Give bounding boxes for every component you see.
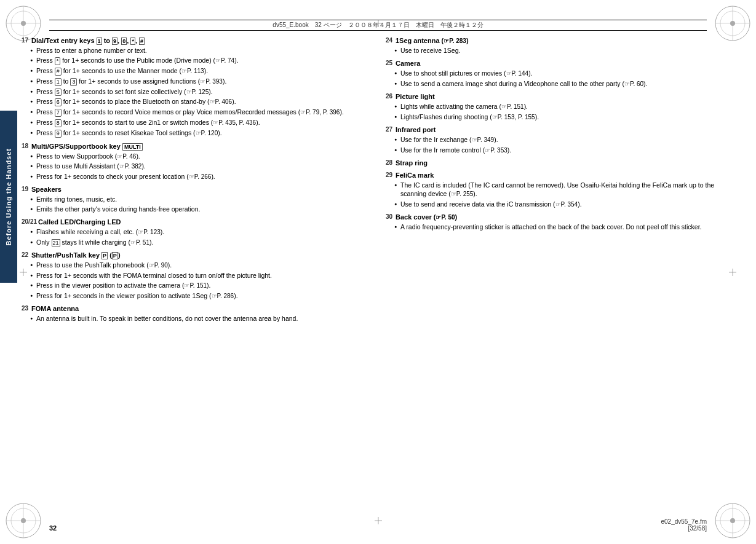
main-content: 17 Dial/Text entry keys 1 to 9, 0, *, # … [22, 34, 738, 513]
section-18-title: Multi/GPS/Supportbook key MULTI [31, 143, 143, 150]
section-25: 25 Camera Use to shoot still pictures or… [386, 60, 738, 88]
section-27-title: Infrared port [396, 126, 436, 133]
svg-point-19 [730, 518, 735, 523]
bullet-item: Press to use the PushTalk phonebook (☞P.… [30, 261, 373, 270]
section-29-header: 29 FeliCa mark [386, 171, 738, 179]
section-22-number: 22 [22, 251, 30, 258]
section-26-number: 26 [386, 93, 394, 100]
right-column: 24 1Seg antenna (☞P. 283) Use to receive… [386, 34, 738, 513]
bullet-item: Use for the Ir remote control (☞P. 353). [394, 146, 738, 155]
section-23-number: 23 [22, 305, 30, 312]
bullet-item: Press to use Multi Assistant (☞P. 382). [30, 162, 373, 171]
section-29-bullets: The IC card is included (The IC card can… [386, 181, 738, 208]
section-20-21-header: 20/21 Called LED/Charging LED [22, 218, 373, 226]
section-24-bullets: Use to receive 1Seg. [386, 46, 738, 55]
section-17-bullets: Press to enter a phone number or text. P… [22, 46, 373, 138]
svg-point-9 [730, 21, 735, 26]
section-23-header: 23 FOMA antenna [22, 305, 373, 312]
section-27: 27 Infrared port Use for the Ir exchange… [386, 126, 738, 154]
side-tab: Before Using the Handset [0, 111, 17, 283]
section-25-title: Camera [396, 60, 420, 67]
bullet-item: Press for 1+ seconds to check your prese… [30, 172, 373, 181]
bullet-item: Press 6 for 1+ seconds to place the Blue… [30, 97, 373, 106]
section-26: 26 Picture light Lights while activating… [386, 93, 738, 121]
section-28-header: 28 Strap ring [386, 159, 738, 167]
section-29: 29 FeliCa mark The IC card is included (… [386, 171, 738, 208]
section-17-title: Dial/Text entry keys 1 to 9, 0, *, # [31, 37, 145, 44]
page-number: 32 [49, 524, 57, 532]
section-30-title: Back cover (☞P. 50) [396, 213, 457, 221]
section-19-bullets: Emits ring tones, music, etc. Emits the … [22, 195, 373, 213]
bullet-item: Press to enter a phone number or text. [30, 46, 373, 55]
bullet-item: Use to send and receive data via the iC … [394, 200, 738, 209]
section-17-header: 17 Dial/Text entry keys 1 to 9, 0, *, # [22, 37, 373, 44]
bullet-item: Emits the other party's voice during han… [30, 205, 373, 213]
section-22-bullets: Press to use the PushTalk phonebook (☞P.… [22, 261, 373, 300]
svg-point-4 [21, 21, 26, 26]
footer-file: e02_dv55_7e.fm [661, 518, 707, 525]
bullet-item: Press * for 1+ seconds to use the Public… [30, 56, 373, 65]
page-container: dv55_E.book 32 ページ ２００８年４月１７日 木曜日 午後２時１２… [0, 0, 756, 544]
section-26-bullets: Lights while activating the camera (☞P. … [386, 102, 738, 121]
section-22: 22 Shutter/PushTalk key P (P) Press to u… [22, 251, 373, 300]
bullet-item: An antenna is built in. To speak in bett… [30, 314, 373, 323]
section-20-21-number: 20/21 [22, 218, 37, 225]
section-19: 19 Speakers Emits ring tones, music, etc… [22, 186, 373, 213]
section-18-header: 18 Multi/GPS/Supportbook key MULTI [22, 143, 373, 150]
section-29-number: 29 [386, 171, 394, 178]
bullet-item: Press 1 to 3 for 1+ seconds to use assig… [30, 77, 373, 86]
section-17: 17 Dial/Text entry keys 1 to 9, 0, *, # … [22, 37, 373, 138]
section-27-bullets: Use for the Ir exchange (☞P. 349). Use f… [386, 135, 738, 154]
side-tab-text: Before Using the Handset [5, 148, 12, 245]
section-29-title: FeliCa mark [396, 171, 434, 179]
section-24-number: 24 [386, 37, 394, 44]
bullet-item: Press # for 1+ seconds to use the Manner… [30, 66, 373, 76]
section-26-title: Picture light [396, 93, 435, 100]
section-19-title: Speakers [31, 186, 62, 193]
section-25-number: 25 [386, 60, 394, 66]
section-30-number: 30 [386, 213, 394, 220]
bullet-item: Press for 1+ seconds in the viewer posit… [30, 291, 373, 301]
section-24-title: 1Seg antenna (☞P. 283) [396, 37, 469, 44]
bullet-item: Use to receive 1Seg. [394, 46, 738, 55]
bullet-item: The IC card is included (The IC card can… [394, 181, 738, 199]
section-30-header: 30 Back cover (☞P. 50) [386, 213, 738, 221]
section-25-bullets: Use to shoot still pictures or movies (☞… [386, 69, 738, 88]
section-28-number: 28 [386, 159, 394, 166]
bullet-item: Press 9 for 1+ seconds to reset Kisekae … [30, 128, 373, 138]
section-23-bullets: An antenna is built in. To speak in bett… [22, 314, 373, 323]
section-30-bullets: A radio frequency-preventing sticker is … [386, 223, 738, 231]
bullet-item: Press 7 for 1+ seconds to record Voice m… [30, 108, 373, 117]
section-22-title: Shutter/PushTalk key P (P) [31, 251, 121, 259]
section-23-title: FOMA antenna [31, 305, 79, 312]
bullet-item: Lights while activating the camera (☞P. … [394, 102, 738, 111]
top-bar-text: dv55_E.book 32 ページ ２００８年４月１７日 木曜日 午後２時１２… [273, 21, 483, 30]
bullet-item: Press 8 for 1+ seconds to start to use 2… [30, 118, 373, 127]
bullet-item: Use to shoot still pictures or movies (☞… [394, 69, 738, 78]
top-bar: dv55_E.book 32 ページ ２００８年４月１７日 木曜日 午後２時１２… [49, 20, 707, 31]
section-28: 28 Strap ring [386, 159, 738, 167]
section-19-number: 19 [22, 186, 30, 192]
left-column: 17 Dial/Text entry keys 1 to 9, 0, *, # … [22, 34, 373, 513]
bullet-item: Use for the Ir exchange (☞P. 349). [394, 135, 738, 144]
section-20-21-title: Called LED/Charging LED [38, 218, 121, 226]
bullet-item: Press 5 for 1+ seconds to set font size … [30, 87, 373, 97]
section-20-21: 20/21 Called LED/Charging LED Flashes wh… [22, 218, 373, 246]
bullet-item: Press in the viewer position to activate… [30, 281, 373, 290]
section-22-header: 22 Shutter/PushTalk key P (P) [22, 251, 373, 259]
section-19-header: 19 Speakers [22, 186, 373, 193]
center-bottom-marker [375, 517, 382, 524]
footer-info: e02_dv55_7e.fm [32/58] [661, 518, 707, 532]
svg-point-14 [21, 518, 26, 523]
section-24-header: 24 1Seg antenna (☞P. 283) [386, 37, 738, 44]
bullet-item: Flashes while receiving a call, etc. (☞P… [30, 227, 373, 237]
section-30: 30 Back cover (☞P. 50) A radio frequency… [386, 213, 738, 231]
section-18-bullets: Press to view Supportbook (☞P. 46). Pres… [22, 152, 373, 181]
section-25-header: 25 Camera [386, 60, 738, 67]
bullet-item: Only 21 stays lit while charging (☞P. 51… [30, 238, 373, 247]
section-26-header: 26 Picture light [386, 93, 738, 100]
section-18-number: 18 [22, 143, 30, 149]
bullet-item: A radio frequency-preventing sticker is … [394, 223, 738, 231]
bullet-item: Use to send a camera image shot during a… [394, 79, 738, 89]
section-24: 24 1Seg antenna (☞P. 283) Use to receive… [386, 37, 738, 55]
